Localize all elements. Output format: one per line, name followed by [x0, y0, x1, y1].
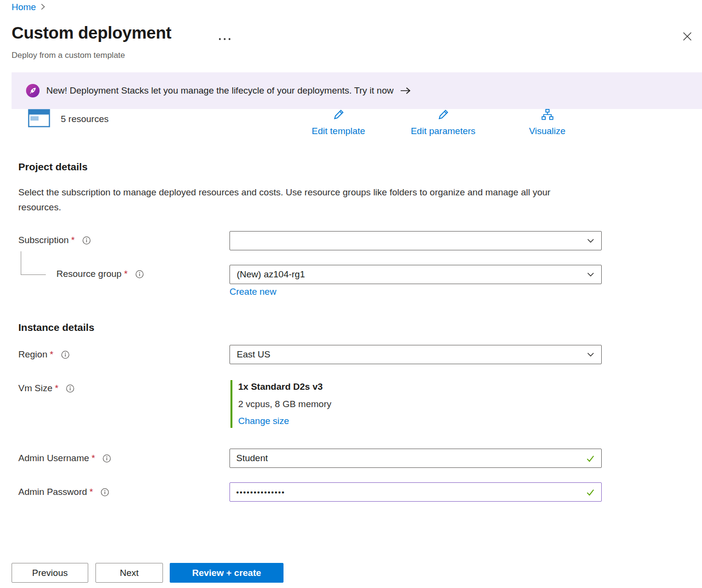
- create-new-link[interactable]: Create new: [230, 287, 276, 297]
- admin-username-input[interactable]: [230, 449, 602, 468]
- resource-group-select[interactable]: (New) az104-rg1: [230, 265, 602, 284]
- page-subtitle: Deploy from a custom template: [12, 51, 125, 60]
- valid-check-icon: [586, 488, 595, 499]
- page-title: Custom deployment: [12, 23, 171, 42]
- admin-password-input[interactable]: [230, 482, 602, 502]
- breadcrumb-home-link[interactable]: Home: [12, 2, 36, 13]
- subscription-label-text: Subscription: [18, 235, 69, 246]
- required-asterisk: *: [50, 349, 53, 360]
- admin-password-label-text: Admin Password: [18, 487, 87, 497]
- admin-username-field: [230, 449, 602, 468]
- required-asterisk: *: [92, 453, 95, 464]
- required-asterisk: *: [71, 235, 75, 246]
- vm-size-label: Vm Size *: [18, 383, 74, 394]
- resources-count: 5 resources: [61, 114, 108, 124]
- project-details-heading: Project details: [18, 161, 88, 173]
- info-icon[interactable]: [135, 270, 144, 278]
- info-icon[interactable]: [66, 384, 74, 393]
- instance-details-heading: Instance details: [18, 322, 94, 333]
- subscription-select[interactable]: [230, 231, 602, 250]
- chevron-down-icon: [587, 271, 594, 278]
- resource-group-label-text: Resource group: [56, 269, 122, 279]
- edit-template-button[interactable]: Edit template: [297, 108, 379, 137]
- pencil-icon: [332, 108, 345, 123]
- required-asterisk: *: [124, 269, 127, 279]
- breadcrumb-chevron-icon: [40, 2, 45, 13]
- admin-username-label-text: Admin Username: [18, 453, 89, 464]
- close-icon[interactable]: [683, 32, 692, 43]
- info-icon[interactable]: [101, 488, 109, 496]
- subscription-label: Subscription *: [18, 235, 91, 246]
- vm-size-label-text: Vm Size: [18, 383, 53, 394]
- change-size-link[interactable]: Change size: [238, 415, 331, 427]
- resource-group-value: (New) az104-rg1: [237, 269, 305, 280]
- vm-size-selected: 1x Standard D2s v3: [238, 381, 331, 393]
- next-button[interactable]: Next: [95, 563, 163, 583]
- tree-connector: [21, 251, 46, 275]
- required-asterisk: *: [55, 383, 58, 394]
- sitemap-icon: [541, 108, 554, 123]
- edit-template-label: Edit template: [312, 126, 365, 137]
- arrow-right-icon: [400, 87, 411, 95]
- chevron-down-icon: [587, 237, 594, 245]
- region-label-text: Region: [18, 349, 47, 360]
- banner-text: New! Deployment Stacks let you manage th…: [46, 85, 393, 96]
- pencil-icon: [437, 108, 450, 123]
- chevron-down-icon: [587, 351, 594, 358]
- more-options-icon[interactable]: [218, 34, 231, 42]
- valid-check-icon: [586, 454, 595, 465]
- edit-parameters-label: Edit parameters: [411, 126, 475, 137]
- visualize-button[interactable]: Visualize: [506, 108, 588, 137]
- template-icon: [28, 109, 50, 129]
- previous-button[interactable]: Previous: [12, 563, 88, 583]
- breadcrumb: Home: [12, 2, 45, 13]
- region-value: East US: [237, 349, 270, 360]
- info-icon[interactable]: [82, 236, 91, 245]
- region-label: Region *: [18, 349, 69, 360]
- resource-group-label: Resource group *: [56, 269, 144, 279]
- required-asterisk: *: [90, 487, 93, 497]
- review-create-button[interactable]: Review + create: [170, 563, 284, 583]
- admin-username-label: Admin Username *: [18, 453, 111, 464]
- announcement-banner[interactable]: New! Deployment Stacks let you manage th…: [12, 72, 702, 109]
- admin-password-label: Admin Password *: [18, 487, 109, 497]
- template-summary: 5 resources: [28, 109, 108, 129]
- info-icon[interactable]: [103, 454, 111, 463]
- region-select[interactable]: East US: [230, 345, 602, 364]
- edit-parameters-button[interactable]: Edit parameters: [402, 108, 484, 137]
- visualize-label: Visualize: [529, 126, 566, 137]
- rocket-icon: [26, 84, 40, 97]
- project-details-description: Select the subscription to manage deploy…: [18, 185, 575, 215]
- admin-password-field: [230, 482, 602, 502]
- info-icon[interactable]: [61, 351, 69, 359]
- vm-size-summary: 1x Standard D2s v3 2 vcpus, 8 GB memory …: [230, 380, 331, 428]
- vm-size-specs: 2 vcpus, 8 GB memory: [238, 398, 331, 410]
